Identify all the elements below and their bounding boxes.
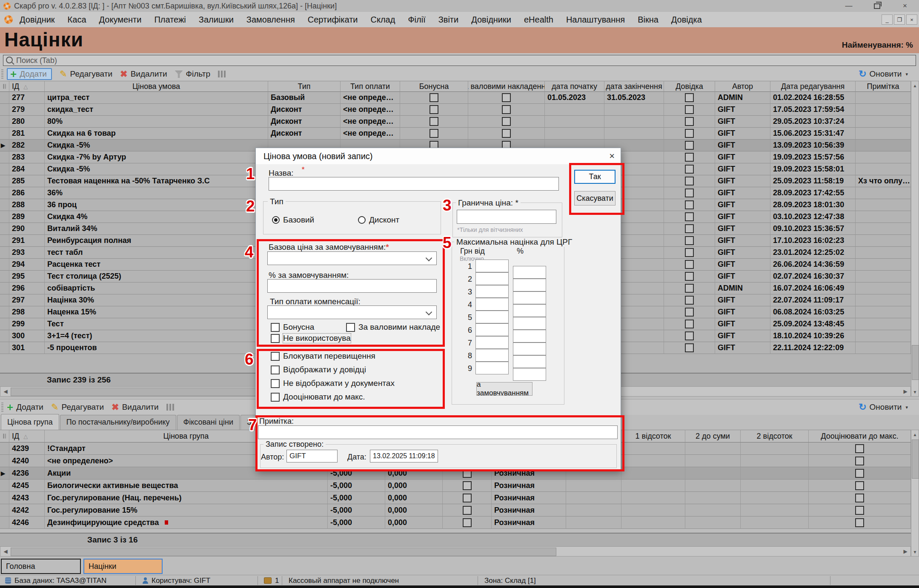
table-row[interactable]: 281Скидка на 6 товарДисконт<не опреде…GI… [0,128,911,140]
checkbox-icon[interactable] [855,444,864,453]
column-header[interactable]: ІД△ [9,430,45,442]
crg-percent-input[interactable] [513,368,546,381]
tab-markups[interactable]: Націнки [83,559,163,574]
checkbox-icon[interactable] [429,93,438,102]
cancel-button[interactable]: Скасувати [574,191,616,206]
checkbox-icon[interactable] [502,105,511,114]
checkbox-icon[interactable] [855,457,864,465]
name-input[interactable] [269,177,559,191]
checkbox-icon[interactable] [685,343,694,352]
checkbox-icon[interactable] [855,518,864,527]
table-row[interactable]: 4245Биологически активные вещества-5,000… [0,480,911,492]
checkbox-icon[interactable] [685,272,694,281]
checkbox-icon[interactable] [685,260,694,269]
checkbox-icon[interactable] [502,117,511,126]
date-input[interactable]: 13.02.2025 11:09:18 [370,450,438,462]
compensation-combo[interactable] [267,305,437,319]
column-header[interactable]: 2 до суми [685,430,741,442]
table-row[interactable]: 277цитра_тестБазовый<не опреде…01.05.202… [0,92,911,104]
checkbox-icon[interactable] [685,248,694,257]
checkbox-icon[interactable] [463,481,472,490]
tab-home[interactable]: Головна [1,559,81,574]
crg-percent-input[interactable] [513,291,546,304]
bonus-checkbox[interactable]: Бонусна [271,323,314,332]
lower-refresh-button[interactable]: ↻ Оновити ▾ [859,402,908,412]
crg-uah-input[interactable] [475,362,509,374]
lower-add-button[interactable]: + Додати [7,402,43,412]
checkbox-icon[interactable] [685,153,694,162]
crg-uah-input[interactable] [475,336,509,349]
base-price-combo[interactable] [267,251,437,265]
column-header[interactable]: Тип [268,81,341,92]
menu-item-Замовлення[interactable]: Замовлення [246,15,295,25]
block-exceed-checkbox[interactable]: Блокувати перевищення [271,351,375,361]
default-percent-input[interactable] [267,279,437,293]
limit-input[interactable] [457,210,556,224]
lower-horizontal-scrollbar[interactable]: ◀ ▶ [0,546,911,557]
defaults-button[interactable]: а замовчуванням [476,382,533,396]
checkbox-icon[interactable] [685,105,694,114]
checkbox-icon[interactable] [502,93,511,102]
add-button[interactable]: + Додати [7,68,52,80]
column-header[interactable]: дата початку [545,81,604,92]
checkbox-icon[interactable] [685,93,694,102]
checkbox-icon[interactable] [429,105,438,114]
grid-menu-icon[interactable] [3,84,6,88]
column-header[interactable]: Тип оплати [341,81,400,92]
menu-item-Філії[interactable]: Філії [408,15,425,25]
scroll-right-icon[interactable]: ▶ [901,548,910,555]
checkbox-icon[interactable] [463,518,472,527]
menu-item-Довідники[interactable]: Довідники [471,15,511,25]
checkbox-icon[interactable] [685,224,694,233]
checkbox-icon[interactable] [463,494,472,502]
hide-in-documents-checkbox[interactable]: Не відображати у документах [271,379,395,388]
scroll-up-icon[interactable]: ▲ [911,431,919,438]
menu-item-Вікна[interactable]: Вікна [638,15,658,25]
close-button[interactable]: × [891,0,919,12]
upper-vertical-scrollbar[interactable]: ▲ ▼ [911,81,919,397]
crg-uah-input[interactable] [475,298,509,311]
column-header[interactable]: дата закінчення [604,81,664,92]
column-header[interactable] [0,81,9,92]
crg-percent-input[interactable] [513,304,546,317]
delete-button[interactable]: ✖ Видалити [120,69,167,79]
columns-icon[interactable] [218,71,226,77]
checkbox-icon[interactable] [685,129,694,138]
grid-menu-icon[interactable] [3,434,6,438]
columns-icon[interactable] [166,404,174,411]
lower-tab-2[interactable]: По постачальнику/виробнику [60,415,176,430]
checkbox-icon[interactable] [685,308,694,317]
checkbox-icon[interactable] [463,506,472,515]
menu-item-Налаштування[interactable]: Налаштування [566,15,625,25]
column-header[interactable]: Бонусна [400,81,468,92]
table-row[interactable]: 4242Гос.регулирование 15%-5,0000,000Розн… [0,504,911,517]
checkbox-icon[interactable] [685,212,694,221]
table-row[interactable]: 279скидка_тестДисконт<не опреде…GIFT17.0… [0,104,911,116]
table-row[interactable]: 4246Дезинфицирующие средства-5,0000,000Р… [0,517,911,529]
menu-item-Залишки[interactable]: Залишки [199,15,234,25]
note-input[interactable] [258,425,618,439]
scroll-left-icon[interactable]: ◀ [1,548,10,555]
show-in-reference-checkbox[interactable]: Відображати у довідці [271,365,366,374]
crg-percent-input[interactable] [513,330,546,343]
checkbox-icon[interactable] [685,284,694,293]
checkbox-icon[interactable] [685,165,694,174]
checkbox-icon[interactable] [685,320,694,328]
crg-percent-input[interactable] [513,343,546,355]
radio-base[interactable]: Базовий [272,215,314,225]
minimize-button[interactable]: — [835,0,863,12]
restore-button[interactable] [863,0,891,12]
not-used-checkbox[interactable]: Не використовува [271,334,351,343]
gross-checkbox[interactable]: За валовими накладенням [346,323,441,332]
crg-uah-input[interactable] [475,311,509,323]
column-header[interactable]: Автор [715,81,770,92]
edit-button[interactable]: ✎ Редагувати [60,69,112,79]
lower-delete-button[interactable]: ✖ Видалити [112,402,159,412]
crg-percent-input[interactable] [513,355,546,368]
ok-button[interactable]: Так [574,170,616,184]
checkbox-icon[interactable] [685,117,694,126]
crg-uah-input[interactable] [475,260,509,272]
column-header[interactable]: Дата редагування [770,81,856,92]
menu-item-Сертифікати[interactable]: Сертифікати [308,15,358,25]
menu-item-Звіти[interactable]: Звіти [438,15,458,25]
